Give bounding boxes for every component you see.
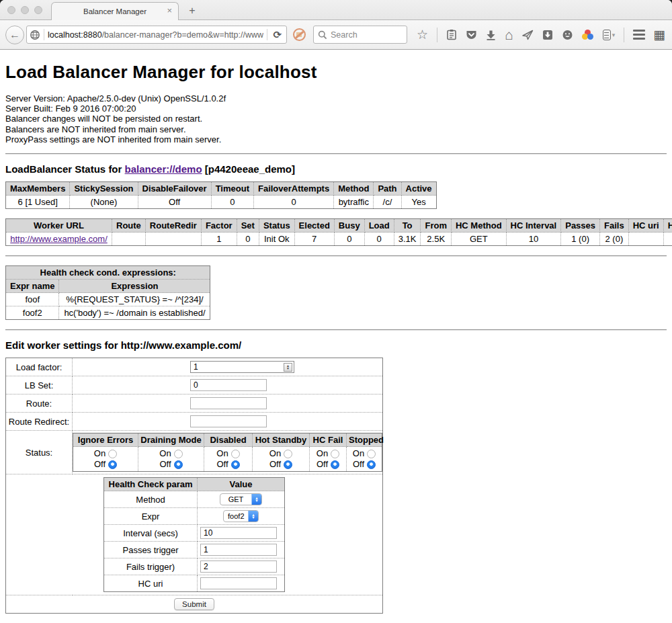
- cell-load: 0: [364, 233, 394, 246]
- draining-mode-off-radio[interactable]: [174, 460, 183, 469]
- ignore-errors-on-radio[interactable]: [108, 450, 117, 458]
- submit-button[interactable]: Submit: [174, 598, 214, 610]
- disabled-off-radio[interactable]: [231, 460, 240, 469]
- method-select[interactable]: GET▲▼: [220, 493, 262, 505]
- hot-standby-off-radio[interactable]: [284, 460, 292, 469]
- window-controls[interactable]: [7, 6, 42, 14]
- hc-fail-on-radio[interactable]: [331, 450, 339, 458]
- status-radio-group-stopped: On Off: [347, 447, 382, 472]
- hot-standby-on-radio[interactable]: [284, 450, 292, 458]
- close-window-button[interactable]: [7, 6, 15, 14]
- divider: [5, 153, 667, 155]
- col-routeredir: RouteRedir: [145, 219, 201, 233]
- hc-expr-title: Health check cond. expressions:: [6, 266, 210, 280]
- on-label: On: [216, 448, 228, 459]
- off-label: Off: [353, 459, 364, 470]
- proxypass-notice-line: ProxyPass settings are NOT inherited fro…: [5, 134, 667, 144]
- minimize-window-button[interactable]: [21, 6, 29, 14]
- page-content: Load Balancer Manager for localhost Serv…: [0, 50, 672, 623]
- col-hot-standby: Hot Standby: [253, 433, 310, 447]
- form-row-hc-params: Health Check param Value Method GET▲▼ Ex…: [6, 474, 383, 595]
- col-disabled: Disabled: [204, 433, 253, 447]
- adblock-disabled-icon[interactable]: [293, 28, 306, 41]
- send-plane-icon[interactable]: [522, 30, 534, 40]
- title-bar: Balancer Manager × +: [0, 0, 672, 20]
- url-bar[interactable]: localhost:8880/balancer-manager?b=demo&w…: [26, 26, 287, 44]
- method-cell: GET▲▼: [198, 491, 285, 508]
- form-row-route: Route:: [6, 394, 383, 413]
- site-identity-globe-icon[interactable]: [30, 30, 40, 40]
- bookmark-star-icon[interactable]: ☆: [417, 29, 428, 40]
- load-factor-cell: ▲▼: [73, 358, 383, 376]
- col-expression: Expression: [59, 280, 210, 293]
- off-label: Off: [159, 459, 171, 470]
- menu-icon[interactable]: [633, 30, 645, 40]
- search-bar[interactable]: [313, 26, 407, 44]
- zoom-window-button[interactable]: [34, 6, 42, 14]
- status-label: Status:: [6, 431, 73, 474]
- clipboard-icon[interactable]: [446, 29, 457, 40]
- on-label: On: [94, 448, 106, 459]
- search-input[interactable]: [331, 30, 398, 40]
- new-tab-button[interactable]: +: [183, 2, 202, 19]
- stopped-on-radio[interactable]: [367, 450, 376, 458]
- home-icon[interactable]: ⌂: [505, 29, 513, 41]
- battery-extension-icon[interactable]: ▾: [603, 30, 616, 40]
- edit-worker-form: Load factor: ▲▼ LB Set: Route: Route Red…: [5, 358, 383, 614]
- back-button[interactable]: ←: [5, 26, 24, 44]
- col-worker-url: Worker URL: [6, 219, 112, 233]
- urlbar-divider: [44, 29, 44, 40]
- cell-hc-expr: foof2: [663, 233, 672, 246]
- number-spinner-icon[interactable]: ▲▼: [284, 363, 292, 372]
- route-input[interactable]: [190, 397, 267, 409]
- on-label: On: [269, 448, 281, 459]
- url-text[interactable]: localhost:8880/balancer-manager?b=demo&w…: [48, 30, 263, 40]
- col-active: Active: [401, 182, 436, 196]
- hc-row-expr: Expr foof2▲▼: [104, 508, 285, 525]
- cell-route: [112, 233, 146, 246]
- chat-smiley-icon[interactable]: [562, 30, 573, 40]
- route-redirect-cell: [73, 413, 383, 431]
- col-busy: Busy: [334, 219, 364, 233]
- tab-close-icon[interactable]: ×: [167, 6, 172, 15]
- interval-input[interactable]: [200, 527, 277, 539]
- passes-input[interactable]: [200, 544, 277, 556]
- navigation-toolbar: ← localhost:8880/balancer-manager?b=demo…: [0, 20, 672, 50]
- cell-stickysession: (None): [70, 196, 138, 209]
- cell-hc-uri: [628, 233, 663, 246]
- balancer-demo-link[interactable]: balancer://demo: [125, 163, 202, 175]
- reload-icon[interactable]: ⟳: [271, 29, 284, 41]
- download-icon[interactable]: [486, 30, 496, 40]
- fails-input[interactable]: [200, 560, 277, 573]
- hcuri-label: HC uri: [104, 575, 198, 592]
- extension-download-icon[interactable]: [542, 30, 553, 40]
- draining-mode-on-radio[interactable]: [174, 450, 183, 458]
- lb-set-label: LB Set:: [6, 376, 73, 394]
- chevron-down-icon: ▾: [612, 32, 616, 38]
- cell-to: 3.1K: [394, 233, 421, 246]
- apps-grid-icon[interactable]: ▦: [653, 27, 665, 42]
- hcuri-input[interactable]: [200, 577, 277, 589]
- hc-fail-off-radio[interactable]: [331, 460, 339, 469]
- status-radio-group-hot-standby: On Off: [253, 447, 310, 472]
- cell-disablefailover: Off: [138, 196, 211, 209]
- ignore-errors-off-radio[interactable]: [108, 460, 117, 469]
- load-factor-input[interactable]: [190, 361, 294, 373]
- pocket-icon[interactable]: [466, 30, 477, 40]
- col-hc-fail: HC Fail: [310, 433, 347, 447]
- status-table: Ignore Errors Draining Mode Disabled Hot…: [73, 433, 382, 472]
- route-redirect-input[interactable]: [190, 415, 267, 427]
- url-path: /balancer-manager?b=demo&w=http://www.ex…: [102, 30, 264, 40]
- expr-label: Expr: [104, 508, 198, 525]
- col-hc-method: HC Method: [451, 219, 506, 233]
- worker-url-link[interactable]: http://www.example.com/: [10, 234, 108, 244]
- color-dots-extension-icon[interactable]: [582, 30, 594, 40]
- col-ignore-errors: Ignore Errors: [73, 433, 138, 447]
- lb-set-input[interactable]: [190, 379, 267, 391]
- stopped-off-radio[interactable]: [367, 460, 376, 469]
- edit-worker-heading: Edit worker settings for http://www.exam…: [5, 339, 667, 351]
- cell-expr-name: foof2: [6, 306, 59, 320]
- disabled-on-radio[interactable]: [231, 450, 240, 458]
- expr-select[interactable]: foof2▲▼: [223, 510, 259, 522]
- browser-tab[interactable]: Balancer Manager ×: [51, 2, 179, 20]
